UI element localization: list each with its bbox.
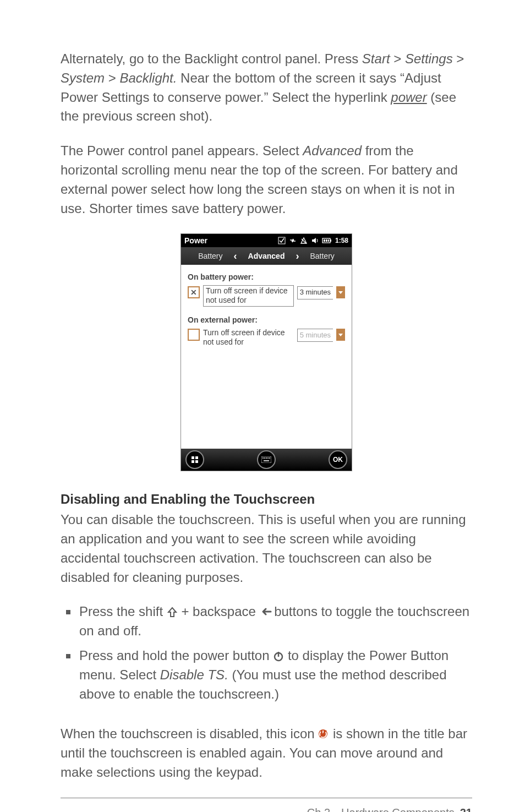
svg-rect-14: [266, 457, 267, 459]
dropdown-arrow-icon[interactable]: [336, 286, 345, 298]
paragraph-4: When the touchscreen is disabled, this i…: [61, 724, 472, 782]
backspace-arrow-icon: [260, 607, 271, 618]
device-screenshot: Power 1:58 Battery ‹ Advanced › Battery …: [61, 233, 472, 471]
list-item: Press and hold the power button to displ…: [61, 646, 472, 704]
svg-rect-15: [267, 457, 269, 459]
row-battery-option: ✕ Turn off screen if device not used for…: [188, 285, 345, 307]
menu-path-system: System: [61, 70, 105, 85]
sync-icon: [289, 237, 297, 244]
svg-rect-13: [264, 457, 265, 459]
svg-rect-17: [264, 460, 269, 461]
tab-name-advanced: Advanced: [303, 143, 362, 158]
page-footer: Ch 2 Hardware Components 21: [61, 798, 472, 812]
label-battery-power: On battery power:: [188, 271, 345, 282]
touchscreen-disabled-icon: [318, 729, 329, 740]
checkbox-battery[interactable]: ✕: [188, 286, 200, 298]
section-heading: Disabling and Enabling the Touchscreen: [61, 490, 472, 509]
menu-path-start: Start: [362, 51, 390, 66]
row-external-option: Turn off screen if device not used for 5…: [188, 328, 345, 348]
start-button[interactable]: [185, 450, 204, 469]
power-icon: [273, 651, 284, 662]
check-icon: [278, 237, 286, 244]
chevron-left-icon[interactable]: ‹: [233, 249, 238, 263]
menu-path-settings: Settings: [405, 51, 453, 66]
text: >: [105, 70, 119, 85]
svg-rect-11: [261, 456, 271, 463]
tab-advanced[interactable]: Advanced: [243, 248, 291, 264]
text: When the touchscreen is disabled, this i…: [61, 726, 318, 741]
tab-battery-right[interactable]: Battery: [304, 248, 340, 264]
tab-battery-left[interactable]: Battery: [193, 248, 228, 264]
text: Press the shift: [79, 604, 167, 619]
window-title: Power: [184, 235, 278, 246]
list-item: Press the shift + backspace buttons to t…: [61, 602, 472, 641]
tab-bar: Battery ‹ Advanced › Battery: [181, 247, 352, 265]
shift-up-icon: [167, 607, 178, 618]
dropdown-external-timeout[interactable]: 5 minutes: [297, 329, 333, 342]
checkbox-external[interactable]: [188, 329, 200, 341]
menu-path-backlight: Backlight.: [119, 70, 177, 85]
chevron-right-icon[interactable]: ›: [294, 249, 300, 263]
footer-page-number: 21: [460, 805, 472, 812]
signal-icon: [300, 237, 308, 244]
clock-text: 1:58: [335, 236, 348, 246]
svg-rect-10: [195, 460, 198, 463]
footer-chapter: Ch 2 Hardware Components: [307, 805, 455, 812]
text: The Power control panel appears. Select: [61, 143, 303, 158]
keyboard-button[interactable]: [257, 450, 276, 469]
svg-rect-7: [192, 456, 194, 459]
svg-rect-9: [192, 460, 194, 463]
dropdown-battery-timeout[interactable]: 3 minutes: [297, 286, 333, 299]
svg-rect-3: [330, 239, 331, 242]
svg-rect-6: [328, 239, 329, 242]
bullet-list: Press the shift + backspace buttons to t…: [61, 602, 472, 709]
speaker-icon: [311, 237, 319, 244]
svg-rect-4: [324, 239, 325, 242]
svg-rect-8: [195, 456, 198, 459]
option-text-external: Turn off screen if device not used for: [203, 328, 294, 348]
titlebar: Power 1:58: [181, 234, 352, 247]
paragraph-2: The Power control panel appears. Select …: [61, 141, 472, 218]
text: >: [390, 51, 405, 66]
battery-icon: [322, 237, 332, 244]
text: Alternately, go to the Backlight control…: [61, 51, 362, 66]
svg-rect-5: [326, 239, 327, 242]
text: >: [453, 51, 464, 66]
device-screen: Power 1:58 Battery ‹ Advanced › Battery …: [181, 233, 352, 471]
bottom-bar: OK: [181, 449, 352, 471]
text: Press and hold the power button: [79, 648, 273, 663]
ok-button[interactable]: OK: [329, 450, 347, 469]
status-icons: 1:58: [278, 236, 348, 246]
dropdown-arrow-icon[interactable]: [336, 329, 345, 341]
svg-rect-0: [278, 237, 285, 244]
svg-rect-12: [262, 457, 264, 459]
label-external-power: On external power:: [188, 314, 345, 325]
menu-disable-ts: Disable TS.: [160, 667, 228, 682]
paragraph-1: Alternately, go to the Backlight control…: [61, 50, 472, 126]
panel-content: On battery power: ✕ Turn off screen if d…: [181, 265, 352, 449]
text: + backspace: [178, 604, 260, 619]
svg-rect-16: [269, 457, 270, 459]
paragraph-3: You can disable the touchscreen. This is…: [61, 510, 472, 587]
link-power: power: [391, 90, 426, 105]
option-text-battery: Turn off screen if device not used for: [203, 285, 294, 307]
